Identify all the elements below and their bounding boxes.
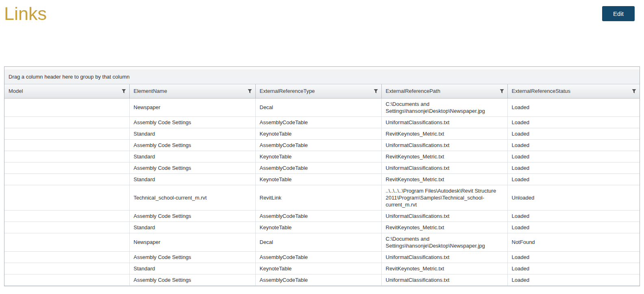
cell-external-reference-type: KeynoteTable [255, 173, 381, 185]
cell-model [4, 173, 129, 185]
cell-model [4, 251, 129, 263]
cell-external-reference-status: NotFound [507, 233, 640, 251]
funnel-filter-icon[interactable] [374, 89, 378, 94]
cell-external-reference-type: Decal [255, 233, 381, 251]
cell-external-reference-status: Loaded [507, 251, 640, 263]
funnel-filter-icon[interactable] [632, 89, 636, 94]
cell-model [4, 185, 129, 210]
table-row[interactable]: Assembly Code Settings AssemblyCodeTable… [4, 116, 640, 128]
cell-external-reference-path: UniformatClassifications.txt [381, 162, 507, 173]
cell-external-reference-status: Loaded [507, 173, 640, 185]
cell-external-reference-status: Loaded [507, 151, 640, 162]
header-row: Model ElementName ExternalReferenceType [4, 84, 640, 98]
cell-external-reference-path: RevitKeynotes_Metric.txt [381, 222, 507, 233]
column-header-label: Model [9, 88, 119, 94]
cell-external-reference-type: RevitLink [255, 185, 381, 210]
cell-model [4, 274, 129, 285]
cell-element-name: Assembly Code Settings [129, 116, 255, 128]
column-header-externalreferencepath[interactable]: ExternalReferencePath [381, 84, 507, 98]
cell-external-reference-type: AssemblyCodeTable [255, 139, 381, 151]
cell-element-name: Assembly Code Settings [129, 274, 255, 285]
cell-external-reference-type: AssemblyCodeTable [255, 251, 381, 263]
table-row[interactable]: Standard KeynoteTable RevitKeynotes_Metr… [4, 128, 640, 139]
cell-external-reference-path: UniformatClassifications.txt [381, 251, 507, 263]
cell-model [4, 116, 129, 128]
cell-external-reference-status: Unloaded [507, 185, 640, 210]
cell-element-name: Standard [129, 173, 255, 185]
cell-element-name: Assembly Code Settings [129, 251, 255, 263]
table-row[interactable]: Assembly Code Settings AssemblyCodeTable… [4, 251, 640, 263]
table-row[interactable]: Newspaper Decal C:\Documents and Setting… [4, 98, 640, 116]
column-header-label: ExternalReferenceType [260, 88, 371, 94]
cell-external-reference-path: C:\Documents and Settings\hansonje\Deskt… [381, 233, 507, 251]
column-header-elementname[interactable]: ElementName [129, 84, 255, 98]
cell-element-name: Standard [129, 263, 255, 274]
column-header-externalreferencetype[interactable]: ExternalReferenceType [255, 84, 381, 98]
cell-external-reference-path: ..\..\..\..\Program Files\Autodesk\Revit… [381, 185, 507, 210]
cell-external-reference-status: Loaded [507, 139, 640, 151]
cell-model [4, 98, 129, 116]
grid-top-strip [4, 67, 640, 70]
cell-model [4, 162, 129, 173]
column-header-label: ElementName [134, 88, 245, 94]
cell-model [4, 210, 129, 222]
funnel-filter-icon[interactable] [248, 89, 252, 94]
table-row[interactable]: Assembly Code Settings AssemblyCodeTable… [4, 210, 640, 222]
column-header-externalreferencestatus[interactable]: ExternalReferenceStatus [507, 84, 640, 98]
column-header-label: ExternalReferencePath [386, 88, 497, 94]
cell-external-reference-status: Loaded [507, 263, 640, 274]
table-row[interactable]: Standard KeynoteTable RevitKeynotes_Metr… [4, 263, 640, 274]
links-grid: Drag a column header here to group by th… [4, 66, 640, 286]
cell-external-reference-status: Loaded [507, 210, 640, 222]
cell-model [4, 233, 129, 251]
cell-external-reference-status: Loaded [507, 98, 640, 116]
funnel-filter-icon[interactable] [500, 89, 504, 94]
cell-element-name: Technical_school-current_m.rvt [129, 185, 255, 210]
table-row[interactable]: Newspaper Decal C:\Documents and Setting… [4, 233, 640, 251]
cell-external-reference-status: Loaded [507, 162, 640, 173]
table-row[interactable]: Standard KeynoteTable RevitKeynotes_Metr… [4, 222, 640, 233]
cell-external-reference-type: Decal [255, 98, 381, 116]
cell-element-name: Assembly Code Settings [129, 162, 255, 173]
table-row[interactable]: Assembly Code Settings AssemblyCodeTable… [4, 139, 640, 151]
table-row[interactable]: Standard KeynoteTable RevitKeynotes_Metr… [4, 151, 640, 162]
cell-external-reference-path: RevitKeynotes_Metric.txt [381, 173, 507, 185]
cell-external-reference-type: AssemblyCodeTable [255, 116, 381, 128]
cell-external-reference-type: KeynoteTable [255, 222, 381, 233]
page-title: Links [4, 2, 47, 26]
cell-external-reference-type: AssemblyCodeTable [255, 210, 381, 222]
grid-body: Newspaper Decal C:\Documents and Setting… [4, 98, 640, 285]
cell-external-reference-path: UniformatClassifications.txt [381, 116, 507, 128]
cell-external-reference-type: AssemblyCodeTable [255, 162, 381, 173]
cell-element-name: Standard [129, 222, 255, 233]
cell-external-reference-path: C:\Documents and Settings\hansonje\Deskt… [381, 98, 507, 116]
cell-model [4, 128, 129, 139]
table-row[interactable]: Assembly Code Settings AssemblyCodeTable… [4, 274, 640, 285]
cell-element-name: Assembly Code Settings [129, 139, 255, 151]
column-header-label: ExternalReferenceStatus [512, 88, 630, 94]
cell-external-reference-status: Loaded [507, 128, 640, 139]
cell-external-reference-path: UniformatClassifications.txt [381, 139, 507, 151]
links-table: Model ElementName ExternalReferenceType [4, 84, 640, 286]
cell-external-reference-path: UniformatClassifications.txt [381, 210, 507, 222]
group-by-panel[interactable]: Drag a column header here to group by th… [4, 70, 640, 84]
cell-external-reference-type: KeynoteTable [255, 151, 381, 162]
cell-external-reference-path: RevitKeynotes_Metric.txt [381, 151, 507, 162]
cell-element-name: Assembly Code Settings [129, 210, 255, 222]
cell-element-name: Standard [129, 128, 255, 139]
cell-model [4, 222, 129, 233]
cell-external-reference-status: Loaded [507, 274, 640, 285]
funnel-filter-icon[interactable] [122, 89, 126, 94]
cell-external-reference-status: Loaded [507, 222, 640, 233]
cell-element-name: Newspaper [129, 98, 255, 116]
table-row[interactable]: Technical_school-current_m.rvt RevitLink… [4, 185, 640, 210]
column-header-model[interactable]: Model [4, 84, 129, 98]
edit-button[interactable]: Edit [602, 6, 635, 21]
cell-element-name: Newspaper [129, 233, 255, 251]
cell-element-name: Standard [129, 151, 255, 162]
cell-external-reference-path: RevitKeynotes_Metric.txt [381, 128, 507, 139]
table-row[interactable]: Standard KeynoteTable RevitKeynotes_Metr… [4, 173, 640, 185]
table-row[interactable]: Assembly Code Settings AssemblyCodeTable… [4, 162, 640, 173]
cell-model [4, 151, 129, 162]
cell-external-reference-type: AssemblyCodeTable [255, 274, 381, 285]
